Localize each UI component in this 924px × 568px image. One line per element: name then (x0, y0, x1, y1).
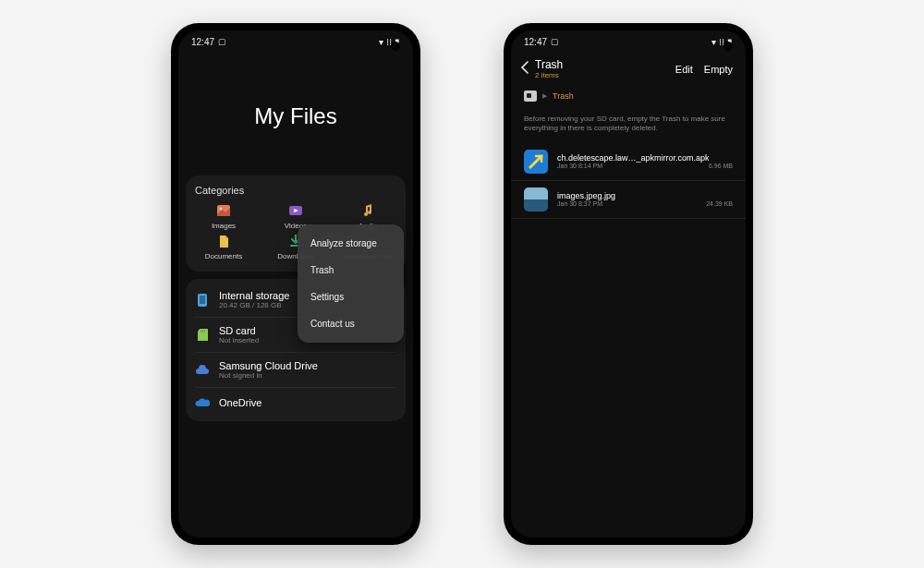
trash-header: Trash 2 items Edit Empty (511, 53, 746, 87)
page-title: My Files (178, 53, 413, 175)
edit-button[interactable]: Edit (675, 64, 693, 75)
storage-onedrive[interactable]: OneDrive (195, 388, 396, 417)
storage-samsung-cloud[interactable]: Samsung Cloud Drive Not signed in (195, 353, 396, 388)
category-documents[interactable]: Documents (189, 234, 258, 260)
phone-frame-2: 12:47 ▢ ▾ ⁞⁞ ▮ Trash 2 items Edit Empty … (504, 23, 753, 545)
screen-my-files: 12:47 ▢ ▾ ⁞⁞ ▮ My Files Categories Image… (178, 30, 413, 538)
breadcrumb-separator: ▶ (542, 92, 547, 100)
file-name: ch.deletescape.law…_apkmirror.com.apk (557, 153, 733, 163)
svg-rect-7 (204, 331, 205, 332)
file-date: Jan 30 8:14 PM (557, 163, 602, 169)
page-title: Trash (535, 58, 675, 71)
file-size: 24.39 KB (706, 200, 733, 207)
file-name: images.jpeg.jpg (557, 191, 733, 200)
image-file-icon (524, 187, 548, 211)
menu-trash[interactable]: Trash (298, 257, 404, 284)
storage-sub: Not signed in (219, 371, 396, 380)
document-icon (216, 234, 231, 248)
apk-file-icon (524, 150, 548, 174)
category-label: Documents (205, 252, 242, 260)
phone-icon (195, 293, 210, 308)
file-size: 6.96 MB (709, 163, 733, 169)
file-row[interactable]: ch.deletescape.law…_apkmirror.com.apk Ja… (511, 143, 746, 181)
cloud-icon (195, 363, 210, 378)
empty-button[interactable]: Empty (704, 64, 733, 75)
onedrive-icon (195, 395, 210, 410)
back-button[interactable] (520, 61, 535, 77)
svg-rect-5 (201, 331, 201, 332)
camera-hole (391, 42, 400, 51)
categories-header: Categories (189, 185, 402, 199)
menu-settings[interactable]: Settings (298, 284, 404, 310)
status-bar: 12:47 ▢ ▾ ⁞⁞ ▮ (178, 30, 413, 53)
storage-name: Samsung Cloud Drive (219, 360, 396, 371)
trash-info-text: Before removing your SD card, empty the … (511, 109, 746, 143)
notification-icon: ▢ (218, 37, 226, 46)
sd-card-icon (195, 328, 210, 343)
home-icon[interactable] (524, 91, 537, 102)
svg-point-1 (220, 208, 222, 210)
screen-trash: 12:47 ▢ ▾ ⁞⁞ ▮ Trash 2 items Edit Empty … (511, 30, 746, 538)
menu-analyze-storage[interactable]: Analyze storage (298, 230, 404, 257)
svg-rect-6 (202, 331, 203, 332)
overflow-menu: Analyze storage Trash Settings Contact u… (298, 224, 404, 343)
category-label: Images (212, 222, 236, 230)
camera-hole (723, 42, 733, 51)
status-bar: 12:47 ▢ ▾ ⁞⁞ ▮ (511, 30, 746, 53)
category-images[interactable]: Images (189, 203, 258, 230)
breadcrumb: ▶ Trash (511, 87, 746, 109)
clock: 12:47 (191, 37, 214, 47)
menu-contact-us[interactable]: Contact us (298, 310, 404, 337)
image-icon (216, 203, 231, 218)
storage-name: OneDrive (219, 397, 396, 408)
svg-rect-4 (200, 296, 205, 304)
file-date: Jan 30 8:37 PM (557, 200, 602, 207)
clock: 12:47 (524, 37, 547, 47)
notification-icon: ▢ (551, 37, 559, 46)
video-icon (288, 203, 303, 218)
item-count: 2 items (535, 71, 675, 79)
phone-frame-1: 12:47 ▢ ▾ ⁞⁞ ▮ My Files Categories Image… (171, 23, 420, 545)
audio-icon (360, 203, 375, 218)
breadcrumb-current: Trash (553, 91, 574, 101)
file-row[interactable]: images.jpeg.jpg Jan 30 8:37 PM 24.39 KB (511, 181, 746, 219)
